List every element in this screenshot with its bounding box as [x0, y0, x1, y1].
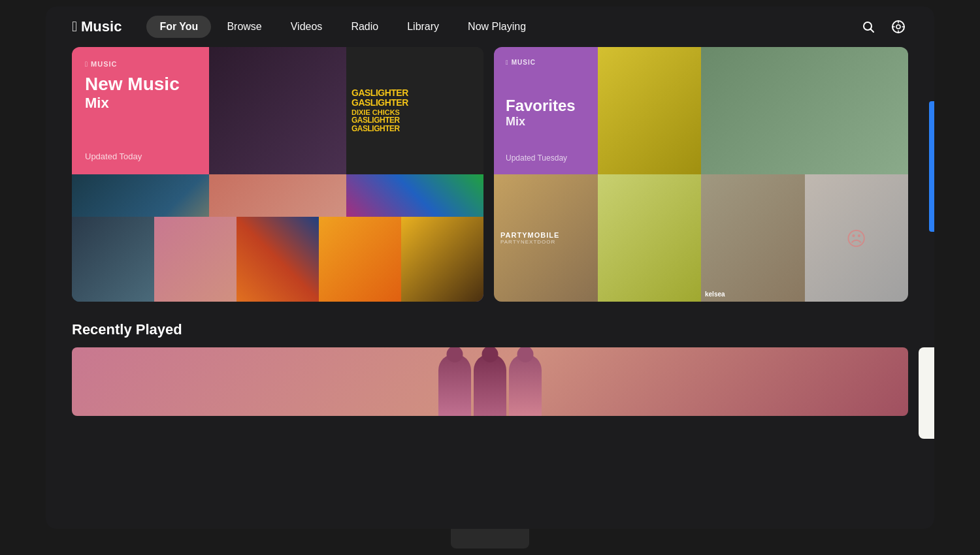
- app-title: Music: [81, 18, 122, 35]
- album-bottom-4: [319, 217, 401, 302]
- partymobile-subtitle: PARTYNEXTDOOR: [500, 239, 555, 245]
- app-logo:  Music: [72, 18, 122, 35]
- gaslighter-line-1: GASLIGHTER: [351, 88, 478, 98]
- silhouettes: [72, 347, 908, 416]
- rp-card-three-figures[interactable]: [72, 347, 908, 416]
- fav-title-main: Favorites: [506, 97, 586, 115]
- album-bottom-1: [72, 217, 154, 302]
- dixie-chicks-line: DIXIE CHICKS: [351, 108, 478, 116]
- apple-icon: : [72, 18, 77, 35]
- fav-updated: Updated Tuesday: [506, 153, 586, 163]
- sidebar-scroll-indicator: [929, 101, 934, 232]
- nav-library[interactable]: Library: [394, 16, 452, 38]
- partymobile-text-overlay: PARTYMOBILE PARTYNEXTDOOR: [494, 174, 598, 302]
- smiley-icon: ☹: [846, 227, 866, 249]
- new-music-label:  MUSIC: [85, 60, 196, 68]
- head-3: [517, 347, 534, 362]
- head-2: [482, 347, 498, 362]
- head-1: [447, 347, 463, 362]
- gaslighter-line-3: GASLIGHTER: [351, 116, 478, 125]
- nav-icons: [858, 17, 908, 37]
- gaslighter-line-2: GASLIGHTER: [351, 98, 478, 108]
- album-bottom-3: [237, 217, 319, 302]
- nav-items: For You Browse Videos Radio Library Now …: [146, 16, 853, 38]
- tv-frame:  Music For You Browse Videos Radio Libr…: [46, 7, 934, 529]
- nav-radio[interactable]: Radio: [338, 16, 391, 38]
- apple-music-logo-small: : [85, 60, 88, 68]
- nav-browse[interactable]: Browse: [214, 16, 274, 38]
- fav-thumb-kelsea: kelsea: [701, 174, 805, 302]
- gaslighter-overlay: GASLIGHTER GASLIGHTER DIXIE CHICKS GASLI…: [346, 47, 483, 174]
- album-thumb-1: [209, 47, 346, 174]
- rp-card-rap-life[interactable]:  MUSIC RAP LIFE: [919, 347, 934, 439]
- recently-played-section: Recently Played: [72, 321, 908, 439]
- new-music-title-sub: Mix: [85, 95, 196, 112]
- gaslighter-line-4: GASLIGHTER: [351, 125, 478, 133]
- favorites-main-panel:  MUSIC Favorites Mix Updated Tuesday: [494, 47, 598, 174]
- album-gaslighter: GASLIGHTER GASLIGHTER DIXIE CHICKS GASLI…: [346, 47, 483, 174]
- fav-thumb-yellow: [598, 47, 702, 174]
- svg-point-3: [896, 25, 900, 29]
- recently-played-title: Recently Played: [72, 321, 908, 338]
- fav-thumb-smiley: ☹: [805, 174, 909, 302]
- nav-now-playing[interactable]: Now Playing: [455, 16, 539, 38]
- silhouette-3: [509, 354, 542, 416]
- fav-apple-icon: : [506, 59, 509, 66]
- silhouette-1: [438, 354, 471, 416]
- search-icon[interactable]: [858, 17, 878, 37]
- new-music-title-main: New Music: [85, 74, 196, 95]
- album-bottom-2: [154, 217, 237, 302]
- recently-played-row:  MUSIC RAP LIFE STEREO: [72, 347, 908, 439]
- new-music-mix-card[interactable]:  MUSIC New Music Mix Updated Today: [72, 47, 483, 302]
- main-content:  MUSIC New Music Mix Updated Today: [46, 47, 934, 529]
- new-music-title: New Music Mix: [85, 74, 196, 112]
- nav-videos[interactable]: Videos: [278, 16, 336, 38]
- navbar:  Music For You Browse Videos Radio Libr…: [46, 7, 934, 47]
- svg-line-1: [871, 29, 874, 33]
- favorites-mix-card[interactable]:  MUSIC Favorites Mix Updated Tuesday: [494, 47, 908, 302]
- featured-section:  MUSIC New Music Mix Updated Today: [72, 47, 908, 302]
- tv-stand: [451, 529, 529, 548]
- fav-title-sub: Mix: [506, 115, 586, 129]
- new-music-updated: Updated Today: [85, 151, 196, 161]
- nav-for-you[interactable]: For You: [146, 16, 211, 38]
- new-music-main-panel:  MUSIC New Music Mix Updated Today: [72, 47, 209, 174]
- fav-label:  MUSIC: [506, 59, 586, 66]
- album-bottom-5: [401, 217, 483, 302]
- kelsea-label: kelsea: [705, 291, 725, 298]
- partymobile-title: PARTYMOBILE: [500, 231, 559, 239]
- silhouette-2: [474, 354, 506, 416]
- bottom-thumbs-row: [72, 217, 483, 302]
- fav-thumb-chart: [598, 174, 702, 302]
- fav-thumb-partymobile: PARTYMOBILE PARTYNEXTDOOR: [494, 174, 598, 302]
- settings-icon[interactable]: [889, 17, 908, 37]
- fav-title: Favorites Mix: [506, 91, 586, 129]
- fav-thumb-landscape: [701, 47, 908, 174]
